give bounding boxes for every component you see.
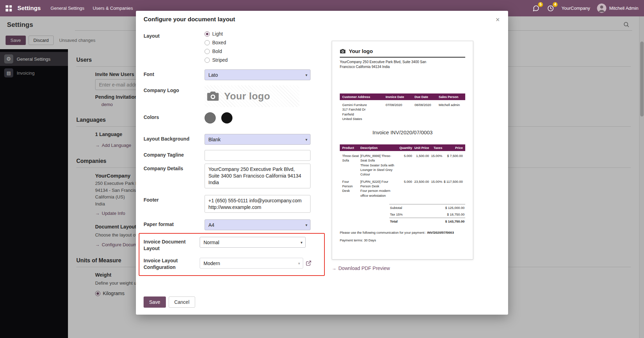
line-product: Three-Seat Sofa [342,153,360,176]
line-quantity: 5.000 [397,179,412,198]
line-taxes: 15.00% [429,153,442,176]
download-pdf-preview-link[interactable]: → Download PDF Preview [332,265,390,271]
modal-header: Configure your document layout × [136,11,508,27]
invoice-line-row: Three-Seat Sofa [FURN_8999] Three-Seat S… [340,151,465,176]
payment-communication-note: Please use the following communication f… [340,231,465,234]
radio-layout-striped[interactable]: Striped [205,57,310,63]
invoice-line-row: Four Person Desk [FURN_8220] Four Person… [340,177,465,198]
external-link-icon[interactable] [306,260,312,266]
chevron-down-icon: ▾ [305,223,307,227]
paper-format-label: Paper format [144,219,205,230]
company-logo-label: Company Logo [144,85,205,107]
radio-layout-bold[interactable]: Bold [205,48,310,54]
preview-divider [340,57,465,58]
invoice-document-layout-select[interactable]: Normal ▾ [200,237,306,248]
screen: Settings General Settings Users & Compan… [0,0,644,338]
line-description: [FURN_8999] Three-Seat Sofa Three Seater… [360,153,397,176]
layout-background-label: Layout Background [144,134,205,145]
line-product: Four Person Desk [342,179,360,198]
radio-layout-light[interactable]: Light [205,31,310,37]
invoice-document-layout-value: Normal [204,240,219,245]
radio-dot [205,40,210,45]
radio-layout-boxed[interactable]: Boxed [205,40,310,45]
avatar [597,3,606,13]
col-sales-person: Sales Person [439,95,463,99]
col-unit-price: Unit Price [412,146,429,150]
subtotal-label: Subtotal [390,206,402,210]
arrow-icon: → [332,266,336,271]
close-icon[interactable]: × [495,16,500,23]
messages-badge: 5 [538,2,543,7]
col-product: Product [342,146,360,150]
modal-title: Configure your document layout [144,16,235,23]
layout-label: Layout [144,31,205,66]
invoice-layout-configuration-value: Modern [204,261,220,266]
paper-format-select[interactable]: A4 ▾ [205,219,310,230]
radio-dot [205,31,210,37]
messages-icon[interactable]: 5 [532,5,540,12]
apps-menu-icon[interactable] [6,5,12,12]
layout-background-value: Blank [208,137,221,142]
tax-value: $ 18,750.00 [447,212,465,216]
invoice-layout-configuration-select[interactable]: Modern ▾ [200,258,303,269]
chevron-down-icon: ▾ [298,261,300,265]
chevron-down-icon: ▾ [300,240,302,245]
radio-label: Boxed [212,40,226,45]
radio-dot [205,49,210,54]
modal-footer: Save Cancel [136,292,508,315]
preview-invoice-title: Invoice INV/2020/07/0003 [340,129,465,135]
preview-customer-header: Customer Address Invoice Date Due Date S… [340,93,465,100]
activities-icon[interactable]: 4 [547,5,554,12]
line-price: $ 7,500.00 [442,153,463,176]
line-unit-price: 1,500.00 [412,153,429,176]
line-description: [FURN_8220] Four Person Desk Four person… [360,179,397,198]
font-label: Font [144,69,205,80]
col-customer-address: Customer Address [342,95,386,99]
colors-label: Colors [144,112,205,125]
payment-note-text: Please use the following communication f… [340,231,426,234]
download-pdf-preview-label: Download PDF Preview [338,265,390,271]
total-label: Total [390,219,398,223]
line-unit-price: 23,500.00 [412,179,429,198]
preview-logo-text: Your logo [349,48,373,54]
modal-save-button[interactable]: Save [144,296,166,308]
col-description: Description [360,146,397,150]
line-price: $ 117,500.00 [442,179,463,198]
company-details-textarea[interactable]: YourCompany 250 Executive Park Blvd, Sui… [205,164,310,188]
invoice-layout-configuration-label: Invoice Layout Configuration [144,256,200,271]
user-menu[interactable]: Mitchell Admin [597,3,638,13]
sales-person: Mitchell admin [439,103,463,121]
color-swatch-gray[interactable] [205,112,216,123]
invoice-document-layout-label: Invoice Document Layout [144,237,200,252]
color-swatch-black[interactable] [221,112,232,123]
modal-cancel-button[interactable]: Cancel [169,296,195,308]
camera-icon [340,49,346,54]
footer-label: Footer [144,195,205,215]
footer-textarea[interactable]: +1 (650) 555-0111 info@yourcompany.com h… [205,195,310,213]
document-layout-modal: Configure your document layout × Layout … [136,11,508,315]
layout-background-select[interactable]: Blank ▾ [205,134,310,145]
company-details-label: Company Details [144,164,205,190]
tax-label: Tax 15% [390,212,402,216]
person-icon [597,3,606,13]
app-title[interactable]: Settings [17,5,41,12]
company-tagline-input[interactable] [205,150,310,161]
payment-terms: Payment terms: 30 Days [340,238,465,242]
total-value: $ 143,750.00 [445,219,465,223]
logo-placeholder-text: Your logo [224,91,270,102]
company-logo-upload[interactable]: Your logo [205,85,299,107]
modal-body: Layout Light Boxed Bold Striped Font Lat… [136,27,508,292]
highlight-annotation-box: Invoice Document Layout Normal ▾ Invoice… [139,233,325,276]
nav-menu-users-companies[interactable]: Users & Companies [93,6,133,11]
chevron-down-icon: ▾ [305,73,307,77]
preview-company-address: YourCompany 250 Executive Park Blvd, Sui… [340,60,427,69]
col-taxes: Taxes [429,146,442,150]
line-quantity: 5.000 [397,153,412,176]
due-date: 08/08/2020 [415,103,439,121]
preview-lines-header: Product Description Quantity Unit Price … [340,144,465,151]
col-due-date: Due Date [415,95,439,99]
nav-menu-general-settings[interactable]: General Settings [51,6,84,11]
company-switcher[interactable]: YourCompany [561,6,590,11]
font-select[interactable]: Lato ▾ [205,69,310,80]
invoice-preview: Your logo YourCompany 250 Executive Park… [332,41,473,260]
